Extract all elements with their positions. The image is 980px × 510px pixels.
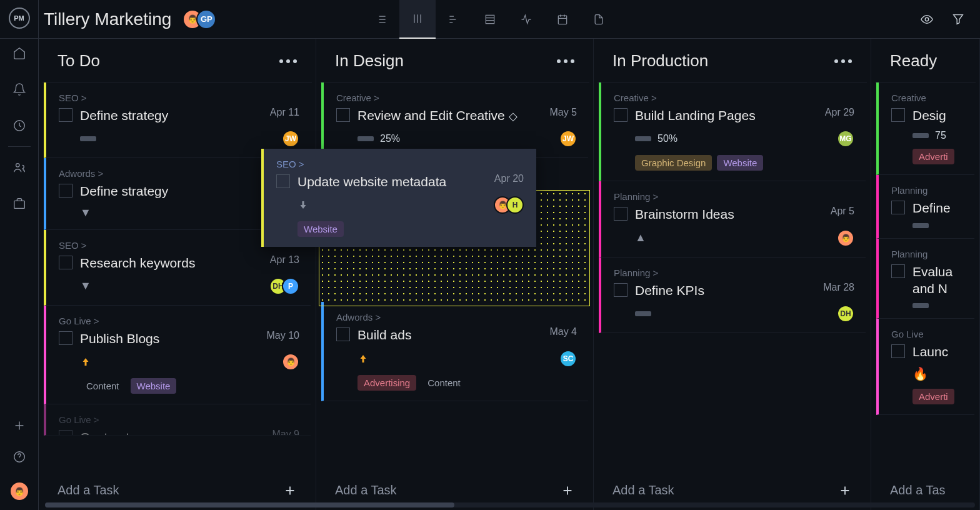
task-card[interactable]: Planning Define (876, 175, 974, 238)
task-date: Mar 28 (823, 282, 854, 293)
activity-view-button[interactable] (508, 0, 544, 39)
breadcrumb: Go Live (891, 329, 963, 339)
view-toolbar (363, 0, 617, 39)
tag[interactable]: Adverti (912, 149, 954, 164)
task-card[interactable]: Creative Desig 75 Adverti (876, 82, 974, 175)
task-title: Define strategy (80, 107, 262, 124)
clock-icon[interactable] (12, 119, 26, 132)
list-view-button[interactable] (363, 0, 399, 39)
breadcrumb: Planning > (614, 268, 854, 278)
task-card[interactable]: Go Live > Contracts May 9 (44, 404, 311, 436)
checkbox[interactable] (59, 430, 72, 436)
bell-icon[interactable] (12, 82, 26, 96)
assignee-avatar[interactable]: P (282, 278, 299, 295)
checkbox[interactable] (891, 201, 905, 214)
home-icon[interactable] (12, 46, 26, 60)
tag[interactable]: Website (717, 155, 763, 171)
task-title: Review and Edit Creative◇ (358, 107, 542, 124)
file-view-button[interactable] (581, 0, 617, 39)
member-avatar[interactable]: GP (196, 9, 216, 29)
assignee-avatar[interactable]: DH (837, 305, 854, 322)
progress-bar (912, 303, 929, 308)
breadcrumb: SEO > (59, 92, 299, 103)
tag[interactable]: Website (298, 221, 344, 237)
checkbox[interactable] (59, 256, 72, 269)
board-view-button[interactable] (399, 0, 436, 39)
table-view-button[interactable] (472, 0, 508, 39)
task-title: Desig (912, 107, 963, 124)
tag[interactable]: Graphic Design (635, 155, 712, 171)
column-ready: Ready Creative Desig 75 Adverti Planning… (871, 39, 980, 510)
task-title: Brainstorm Ideas (635, 206, 823, 222)
checkbox[interactable] (336, 108, 350, 122)
task-card[interactable]: Go Live Launc 🔥 Adverti (876, 319, 974, 415)
task-date: Apr 11 (270, 107, 299, 118)
assignee-avatar[interactable]: 👨 (282, 353, 299, 371)
checkbox[interactable] (59, 331, 72, 345)
task-title: Publish Blogs (80, 330, 259, 347)
svg-rect-2 (14, 201, 24, 208)
plus-icon[interactable] (12, 419, 26, 432)
assignee-avatar[interactable]: MG (837, 130, 854, 148)
filter-icon[interactable] (951, 12, 965, 26)
column-menu-button[interactable] (557, 59, 574, 63)
task-title: Contracts (80, 429, 264, 436)
breadcrumb: Adwords > (336, 312, 577, 322)
gantt-view-button[interactable] (436, 0, 472, 39)
project-members[interactable]: 👨 GP (182, 9, 216, 29)
column-title: To Do (58, 51, 100, 71)
progress-bar (358, 136, 374, 141)
checkbox[interactable] (614, 108, 628, 122)
help-icon[interactable] (12, 450, 26, 464)
task-card[interactable]: Creative > Build Landing Pages Apr 29 50… (599, 82, 866, 181)
briefcase-icon[interactable] (12, 197, 26, 211)
column-menu-button[interactable] (279, 59, 297, 63)
dragging-card[interactable]: SEO > Update website metadata Apr 20 👨 H… (261, 149, 536, 247)
task-card[interactable]: Creative > Review and Edit Creative◇ May… (321, 82, 588, 158)
chevron-down-icon: ▼ (80, 279, 91, 292)
svg-rect-4 (486, 15, 494, 23)
checkbox[interactable] (891, 344, 905, 358)
app-logo[interactable]: PM (9, 8, 30, 29)
task-card[interactable]: Planning > Define KPIs Mar 28 DH (599, 258, 866, 333)
horizontal-scrollbar[interactable] (45, 502, 975, 508)
checkbox[interactable] (891, 264, 905, 278)
progress-value: 50% (658, 133, 678, 144)
task-card[interactable]: Planning > Brainstorm Ideas Apr 5 ▲ 👨 (599, 181, 866, 257)
breadcrumb: Creative > (336, 92, 577, 103)
tag[interactable]: Website (131, 378, 177, 394)
checkbox[interactable] (59, 184, 72, 198)
task-title: Update website metadata (298, 173, 487, 190)
assignee-avatar[interactable]: SC (559, 350, 577, 368)
checkbox[interactable] (614, 207, 628, 221)
column-in-production: In Production Creative > Build Landing P… (594, 39, 871, 510)
checkbox[interactable] (59, 108, 72, 122)
svg-point-6 (925, 18, 929, 21)
tag[interactable]: Content (80, 378, 126, 394)
checkbox[interactable] (276, 174, 290, 188)
checkbox[interactable] (891, 108, 905, 122)
assignee-avatar[interactable]: JW (559, 130, 577, 148)
task-card[interactable]: Adwords > Build ads May 4 SC Advertising… (321, 302, 588, 401)
tag[interactable]: Content (421, 375, 467, 391)
calendar-view-button[interactable] (544, 0, 581, 39)
task-date: May 5 (549, 107, 577, 118)
people-icon[interactable] (12, 161, 26, 174)
eye-icon[interactable] (920, 12, 934, 26)
task-card[interactable]: Go Live > Publish Blogs May 10 👨 Content… (44, 306, 311, 404)
tag[interactable]: Adverti (912, 389, 954, 404)
column-title: In Production (612, 51, 708, 71)
column-menu-button[interactable] (834, 59, 852, 63)
checkbox[interactable] (336, 328, 350, 341)
task-card[interactable]: Planning Evalua and N (876, 239, 974, 319)
assignee-avatar[interactable]: JW (282, 130, 299, 148)
task-card[interactable]: SEO > Define strategy Apr 11 JW (44, 82, 311, 158)
scrollbar-thumb[interactable] (45, 502, 454, 508)
tag[interactable]: Advertising (358, 375, 416, 391)
checkbox[interactable] (614, 283, 628, 297)
user-avatar[interactable]: 👨 (9, 481, 29, 501)
task-title: Define KPIs (635, 282, 816, 299)
column-title: In Design (335, 51, 404, 71)
assignee-avatar[interactable]: 👨 (837, 229, 854, 247)
assignee-avatar[interactable]: H (506, 196, 524, 214)
